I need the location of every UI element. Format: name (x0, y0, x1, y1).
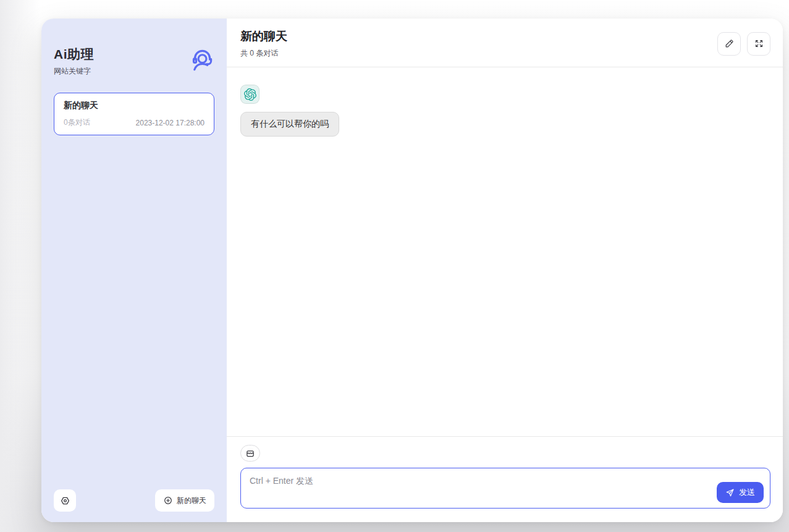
composer-toolbar (240, 445, 770, 462)
assistant-avatar (240, 85, 259, 104)
chat-header-text: 新的聊天 共 0 条对话 (240, 28, 287, 59)
plus-circle-icon (163, 496, 173, 505)
expand-icon (754, 38, 764, 49)
openai-logo-icon (244, 88, 256, 101)
new-chat-button[interactable]: 新的聊天 (155, 489, 214, 512)
image-mask-icon (245, 449, 255, 458)
app-title: Ai助理 (54, 46, 94, 63)
message-input[interactable] (240, 468, 770, 509)
sidebar-header: Ai助理 网站关键字 (54, 46, 214, 77)
sidebar: Ai助理 网站关键字 新的聊天 0条对话 2023-12-02 17:28:00 (41, 19, 227, 522)
pencil-icon (724, 38, 735, 49)
assistant-message-bubble: 有什么可以帮你的吗 (240, 112, 339, 137)
sidebar-header-text: Ai助理 网站关键字 (54, 46, 94, 77)
rename-chat-button[interactable] (717, 32, 741, 56)
chat-header: 新的聊天 共 0 条对话 (227, 19, 783, 67)
chat-item-timestamp: 2023-12-02 17:28:00 (136, 119, 205, 127)
paper-plane-icon (725, 488, 735, 497)
headset-agent-icon (188, 47, 214, 73)
composer-input-wrap: 发送 (240, 468, 770, 511)
chat-item-title: 新的聊天 (64, 100, 205, 111)
chat-title: 新的聊天 (240, 28, 287, 44)
chat-item-count: 0条对话 (64, 117, 90, 128)
chat-header-actions (717, 32, 770, 56)
chat-panel: 新的聊天 共 0 条对话 (227, 19, 783, 522)
chat-subtitle: 共 0 条对话 (240, 48, 287, 59)
gear-icon (59, 495, 71, 507)
composer: 发送 (227, 436, 783, 522)
send-button[interactable]: 发送 (717, 482, 764, 503)
settings-button[interactable] (54, 489, 76, 512)
mask-button[interactable] (240, 445, 260, 462)
chat-item-meta: 0条对话 2023-12-02 17:28:00 (64, 117, 205, 128)
assistant-message: 有什么可以帮你的吗 (240, 85, 770, 137)
new-chat-label: 新的聊天 (177, 496, 206, 506)
send-label: 发送 (739, 487, 755, 498)
sidebar-footer: 新的聊天 (54, 489, 214, 512)
fullscreen-button[interactable] (747, 32, 770, 56)
message-list: 有什么可以帮你的吗 (227, 67, 783, 436)
app-subtitle: 网站关键字 (54, 66, 94, 77)
chat-list-item[interactable]: 新的聊天 0条对话 2023-12-02 17:28:00 (54, 93, 214, 135)
app-window: Ai助理 网站关键字 新的聊天 0条对话 2023-12-02 17:28:00 (41, 19, 783, 522)
